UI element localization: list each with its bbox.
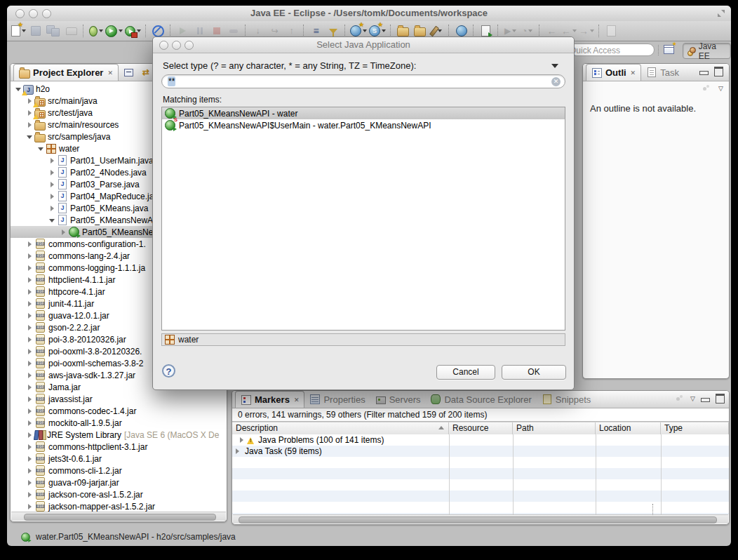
marker-row-java-task-59-items[interactable]: Java Task (59 items): [232, 446, 729, 457]
tab-snippets[interactable]: Snippets: [537, 392, 596, 408]
run-button[interactable]: [105, 22, 123, 39]
horizontal-scrollbar[interactable]: [11, 512, 226, 521]
tree-item-commons-httpclient-3-1-jar[interactable]: 010commons-httpclient-3.1.jar: [11, 441, 227, 453]
perspective-java-ee-button[interactable]: Java EE: [683, 43, 731, 59]
clear-icon[interactable]: ✕: [551, 77, 561, 86]
tree-collapsed-arrow-icon[interactable]: [48, 205, 55, 212]
tree-collapsed-arrow-icon[interactable]: [26, 253, 33, 260]
tree-collapsed-arrow-icon[interactable]: [26, 241, 33, 248]
view-menu-icon[interactable]: ▽: [718, 85, 723, 92]
tree-collapsed-arrow-icon[interactable]: [26, 300, 33, 307]
tab-properties[interactable]: Properties: [304, 392, 370, 408]
tree-collapsed-arrow-icon[interactable]: [60, 229, 67, 236]
tree-item-mockito-all-1-9-5-jar[interactable]: 010mockito-all-1.9.5.jar: [11, 417, 227, 429]
tree-collapsed-arrow-icon[interactable]: [48, 169, 55, 176]
link-with-editor-button[interactable]: ⇄: [140, 67, 152, 78]
help-button[interactable]: ?: [162, 364, 175, 378]
tree-collapsed-arrow-icon[interactable]: [26, 336, 33, 343]
tree-collapsed-arrow-icon[interactable]: [26, 420, 33, 427]
maximize-icon[interactable]: [714, 67, 723, 76]
marker-row-java-problems-100-of-141-items[interactable]: Java Problems (100 of 141 items): [232, 434, 729, 446]
tree-collapsed-arrow-icon[interactable]: [26, 467, 33, 474]
collapse-all-button[interactable]: [123, 67, 135, 78]
tab-project-explorer[interactable]: Project Explorer ✕: [13, 64, 119, 81]
tree-item-javassist-jar[interactable]: 010javassist.jar: [11, 393, 227, 405]
jar-icon: 010: [36, 346, 45, 356]
close-tab-icon[interactable]: ✕: [107, 69, 113, 76]
debug-button[interactable]: [88, 22, 104, 39]
tree-collapsed-arrow-icon[interactable]: [26, 265, 33, 272]
tab-servers[interactable]: Servers: [370, 392, 426, 408]
cancel-button[interactable]: Cancel: [436, 365, 495, 380]
tree-collapsed-arrow-icon[interactable]: [26, 324, 33, 331]
tree-collapsed-arrow-icon[interactable]: [26, 491, 33, 498]
tree-collapsed-arrow-icon[interactable]: [26, 455, 33, 462]
tree-collapsed-arrow-icon[interactable]: [26, 98, 33, 105]
tab-markers[interactable]: Markers✕: [235, 391, 304, 408]
tree-collapsed-arrow-icon[interactable]: [26, 109, 33, 116]
tree-collapsed-arrow-icon[interactable]: [26, 408, 33, 415]
close-tab-icon[interactable]: ✕: [631, 69, 636, 76]
tree-expanded-arrow-icon[interactable]: [37, 145, 44, 152]
tree-item-jre-system-library[interactable]: JRE System Library[Java SE 6 (MacOS X De: [11, 429, 227, 441]
fullscreen-icon[interactable]: [718, 10, 725, 17]
matching-item-part05-kmeansnewapi-usermain-water-part0[interactable]: SPart05_KMeansNewAPI$UserMain - water.Pa…: [162, 119, 565, 131]
tree-collapsed-arrow-icon[interactable]: [26, 121, 33, 128]
tree-collapsed-arrow-icon[interactable]: [26, 372, 33, 379]
tab-task[interactable]: Task: [641, 65, 684, 81]
run-external-tools-button[interactable]: [124, 22, 142, 39]
window-titlebar[interactable]: Java EE - Eclipse - /Users/tomk/Document…: [7, 6, 731, 22]
tree-expanded-arrow-icon[interactable]: [26, 133, 33, 140]
chevron-down-icon[interactable]: [551, 64, 558, 68]
jar-icon: 010: [36, 453, 45, 464]
tree-item-label: junit-4.11.jar: [48, 299, 94, 309]
minimize-icon[interactable]: [701, 398, 710, 402]
dialog-titlebar[interactable]: Select Java Application: [153, 37, 574, 53]
tree-item-guava-r09-jarjar-jar[interactable]: 010guava-r09-jarjar.jar: [11, 476, 227, 488]
scrollbar-thumb[interactable]: [24, 514, 216, 521]
tree-collapsed-arrow-icon[interactable]: [26, 276, 33, 284]
scrollbar-thumb[interactable]: [239, 516, 717, 524]
tree-collapsed-arrow-icon[interactable]: [26, 444, 33, 451]
tree-collapsed-arrow-icon[interactable]: [26, 288, 33, 295]
open-perspective-button[interactable]: [664, 44, 679, 57]
column-header-description[interactable]: Description: [232, 422, 449, 434]
tree-collapsed-arrow-icon[interactable]: [26, 432, 33, 439]
horizontal-scrollbar[interactable]: [233, 514, 728, 524]
ok-button[interactable]: OK: [502, 365, 566, 380]
column-separator: [513, 434, 514, 514]
tree-item-commons-cli-1-2-jar[interactable]: 010commons-cli-1.2.jar: [11, 465, 227, 476]
tree-collapsed-arrow-icon[interactable]: [26, 503, 33, 510]
maximize-icon[interactable]: [716, 394, 725, 404]
close-tab-icon[interactable]: ✕: [294, 396, 300, 404]
tree-collapsed-arrow-icon[interactable]: [26, 384, 33, 391]
quick-access-input[interactable]: Quick Access: [563, 44, 655, 56]
view-menu-icon[interactable]: ▽: [690, 395, 695, 402]
tree-item-jets3t-0-6-1-jar[interactable]: 010jets3t-0.6.1.jar: [11, 453, 227, 465]
tree-collapsed-arrow-icon[interactable]: [48, 157, 55, 164]
tree-collapsed-arrow-icon[interactable]: [26, 396, 33, 403]
tree-collapsed-arrow-icon[interactable]: [238, 436, 245, 444]
tree-item-jackson-mapper-asl-1-5-2-jar[interactable]: 010jackson-mapper-asl-1.5.2.jar: [11, 500, 227, 512]
tree-collapsed-arrow-icon[interactable]: [48, 181, 55, 188]
tree-collapsed-arrow-icon[interactable]: [26, 360, 33, 367]
tree-expanded-arrow-icon[interactable]: [48, 217, 55, 224]
column-header-location[interactable]: Location: [596, 422, 661, 434]
column-header-path[interactable]: Path: [513, 422, 596, 434]
tree-collapsed-arrow-icon[interactable]: [234, 448, 241, 455]
type-filter-input[interactable]: ** ✕: [161, 74, 565, 88]
matching-item-part05-kmeansnewapi-water[interactable]: Part05_KMeansNewAPI - water: [162, 107, 565, 119]
column-header-resource[interactable]: Resource: [449, 422, 513, 434]
column-header-type[interactable]: Type: [661, 422, 729, 434]
tree-item-commons-codec-1-4-jar[interactable]: 010commons-codec-1.4.jar: [11, 405, 227, 417]
tree-collapsed-arrow-icon[interactable]: [26, 348, 33, 355]
tree-item-jackson-core-asl-1-5-2-jar[interactable]: 010jackson-core-asl-1.5.2.jar: [11, 488, 227, 500]
tree-collapsed-arrow-icon[interactable]: [26, 312, 33, 319]
tab-data-source-explorer[interactable]: Data Source Explorer: [425, 392, 536, 408]
new-wizard-button[interactable]: ★: [11, 22, 27, 39]
tree-expanded-arrow-icon[interactable]: [15, 86, 22, 93]
minimize-icon[interactable]: [699, 71, 709, 75]
tab-outline[interactable]: Outli ✕: [586, 64, 641, 81]
tree-collapsed-arrow-icon[interactable]: [26, 479, 33, 486]
tree-collapsed-arrow-icon[interactable]: [48, 193, 55, 200]
